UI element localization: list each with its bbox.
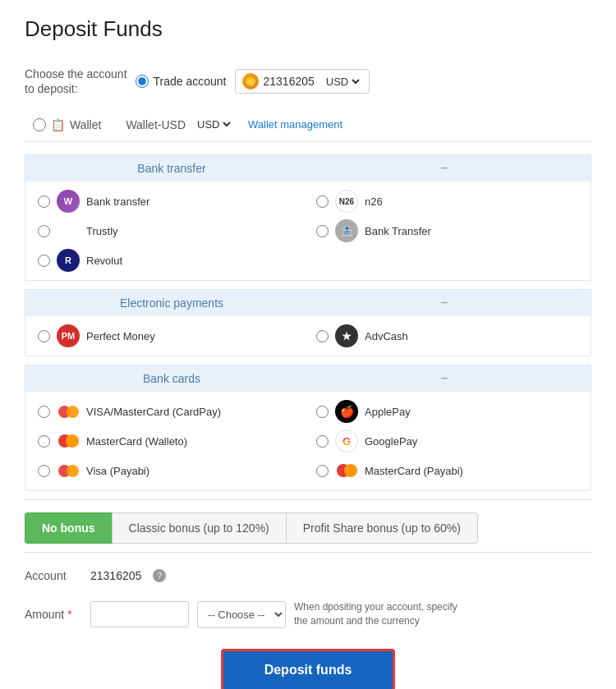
account-form-label: Account — [25, 569, 82, 582]
radio-bank_transfer_right[interactable] — [316, 225, 329, 237]
section-header-label: Bank transfer — [35, 162, 308, 175]
account-selection-row: Choose the account to deposit: Trade acc… — [25, 58, 591, 104]
radio-mastercard_walleto[interactable] — [38, 435, 50, 448]
logo-googlepay: G — [335, 429, 358, 452]
section-header-electronic_payments: Electronic payments− — [25, 290, 591, 316]
wallet-currency-select[interactable]: USD EUR — [194, 117, 233, 131]
wallet-label[interactable]: 📋 Wallet — [51, 118, 101, 131]
label-perfect_money[interactable]: Perfect Money — [86, 330, 155, 342]
logo-bank_transfer_main: W — [57, 190, 80, 213]
wallet-name: Wallet-USD — [126, 118, 186, 131]
payment-item-visa_payabi[interactable]: Visa (Payabi) — [38, 459, 300, 482]
account-form-value: 21316205 — [90, 569, 141, 582]
label-bank_transfer_main[interactable]: Bank transfer — [86, 195, 149, 208]
trade-account-label[interactable]: Trade account — [154, 75, 227, 88]
divider — [25, 499, 591, 500]
radio-perfect_money[interactable] — [38, 330, 50, 342]
payment-section-bank_cards: Bank cards− VISA/MasterCard (CardPay) 🍎 … — [25, 365, 591, 491]
wallet-management-link[interactable]: Wallet management — [248, 118, 342, 131]
payment-item-advcash[interactable]: ★ AdvCash — [316, 324, 578, 347]
label-visa_payabi[interactable]: Visa (Payabi) — [86, 465, 149, 477]
logo-bank_transfer_right: 🏦 — [335, 219, 358, 242]
wallet-row: 📋 Wallet Wallet-USD USD EUR Wallet manag… — [25, 111, 591, 142]
currency-choose-select[interactable]: -- Choose -- USD EUR — [197, 601, 286, 628]
payment-sections: Bank transfer− W Bank transfer N26 n26 T… — [25, 154, 591, 491]
wallet-icon: 📋 — [51, 118, 65, 131]
logo-revolut: R — [57, 249, 80, 272]
page-title: Deposit Funds — [25, 16, 591, 42]
amount-hint: When dpositing your account, specify the… — [294, 600, 458, 628]
logo-n26: N26 — [335, 190, 358, 213]
logo-perfect_money: PM — [57, 324, 80, 347]
label-mastercard_payabi[interactable]: MasterCard (Payabi) — [365, 465, 463, 477]
payment-items-electronic_payments: PM Perfect Money ★ AdvCash — [25, 316, 591, 356]
radio-mastercard_payabi[interactable] — [316, 465, 329, 477]
account-icon: 🪙 — [242, 73, 259, 90]
label-bank_transfer_right[interactable]: Bank Transfer — [365, 225, 431, 237]
account-label: Choose the account to deposit: — [25, 67, 127, 96]
label-mastercard_walleto[interactable]: MasterCard (Walleto) — [86, 435, 187, 448]
collapse-btn[interactable]: − — [308, 162, 581, 175]
bonus-section: No bonusClassic bonus (up to 120%)Profit… — [25, 512, 591, 544]
payment-section-electronic_payments: Electronic payments− PM Perfect Money ★ … — [25, 289, 591, 356]
trade-account-radio-group[interactable]: Trade account — [136, 75, 227, 88]
account-select-box[interactable]: 🪙 21316205 USD EUR — [235, 69, 370, 94]
logo-mastercard_walleto — [57, 429, 80, 452]
payment-item-n26[interactable]: N26 n26 — [316, 190, 578, 213]
collapse-btn[interactable]: − — [308, 372, 581, 385]
radio-trustly[interactable] — [38, 225, 50, 237]
account-number: 21316205 — [264, 75, 315, 88]
trade-account-radio[interactable] — [136, 75, 149, 88]
bonus-btn-no_bonus[interactable]: No bonus — [25, 512, 112, 544]
amount-input[interactable] — [90, 601, 189, 627]
divider2 — [25, 552, 591, 553]
payment-item-googlepay[interactable]: G GooglePay — [316, 429, 578, 452]
help-icon[interactable]: ? — [153, 569, 166, 582]
payment-item-bank_transfer_main[interactable]: W Bank transfer — [38, 190, 300, 213]
label-visa_mc_cardpay[interactable]: VISA/MasterCard (CardPay) — [86, 406, 221, 418]
deposit-button-wrapper: Deposit funds — [25, 649, 591, 689]
logo-visa_mc_cardpay — [57, 400, 80, 423]
wallet-radio[interactable] — [33, 118, 46, 131]
radio-bank_transfer_main[interactable] — [38, 195, 50, 208]
section-header-bank_cards: Bank cards− — [25, 365, 591, 392]
collapse-btn[interactable]: − — [308, 296, 581, 310]
payment-item-applepay[interactable]: 🍎 ApplePay — [316, 400, 578, 423]
label-advcash[interactable]: AdvCash — [365, 330, 408, 342]
amount-form-row: Amount * -- Choose -- USD EUR When dposi… — [25, 596, 591, 632]
payment-item-mastercard_walleto[interactable]: MasterCard (Walleto) — [38, 429, 300, 452]
deposit-funds-button[interactable]: Deposit funds — [221, 649, 396, 689]
payment-item-mastercard_payabi[interactable]: MasterCard (Payabi) — [316, 459, 578, 482]
payment-item-bank_transfer_right[interactable]: 🏦 Bank Transfer — [316, 219, 578, 242]
payment-item-revolut[interactable]: R Revolut — [38, 249, 300, 272]
label-n26[interactable]: n26 — [365, 195, 383, 208]
label-applepay[interactable]: ApplePay — [365, 406, 411, 418]
required-marker: * — [64, 608, 71, 621]
radio-googlepay[interactable] — [316, 435, 329, 448]
section-header-label: Electronic payments — [35, 296, 308, 310]
radio-n26[interactable] — [316, 195, 329, 208]
wallet-radio-group[interactable]: 📋 Wallet — [33, 118, 101, 131]
payment-item-trustly[interactable]: Trustly — [38, 219, 300, 242]
radio-revolut[interactable] — [38, 255, 50, 267]
label-trustly[interactable]: Trustly — [86, 225, 118, 237]
radio-visa_payabi[interactable] — [38, 465, 50, 477]
currency-select[interactable]: USD EUR — [319, 75, 362, 89]
logo-applepay: 🍎 — [335, 400, 358, 423]
bonus-btn-classic_bonus[interactable]: Classic bonus (up to 120%) — [112, 512, 286, 544]
payment-item-visa_mc_cardpay[interactable]: VISA/MasterCard (CardPay) — [38, 400, 300, 423]
label-googlepay[interactable]: GooglePay — [365, 435, 417, 448]
label-revolut[interactable]: Revolut — [86, 255, 122, 267]
payment-section-bank_transfer: Bank transfer− W Bank transfer N26 n26 T… — [25, 154, 591, 281]
radio-advcash[interactable] — [316, 330, 329, 342]
radio-visa_mc_cardpay[interactable] — [38, 406, 50, 418]
payment-item-perfect_money[interactable]: PM Perfect Money — [38, 324, 300, 347]
account-form-row: Account 21316205 ? — [25, 565, 591, 586]
logo-visa_payabi — [57, 459, 80, 482]
section-header-bank_transfer: Bank transfer− — [25, 155, 591, 181]
bonus-btn-profit_share[interactable]: Profit Share bonus (up to 60%) — [286, 512, 478, 544]
logo-mastercard_payabi — [335, 459, 358, 482]
payment-items-bank_cards: VISA/MasterCard (CardPay) 🍎 ApplePay Mas… — [25, 392, 591, 490]
amount-form-label: Amount * — [25, 608, 82, 621]
radio-applepay[interactable] — [316, 406, 329, 418]
